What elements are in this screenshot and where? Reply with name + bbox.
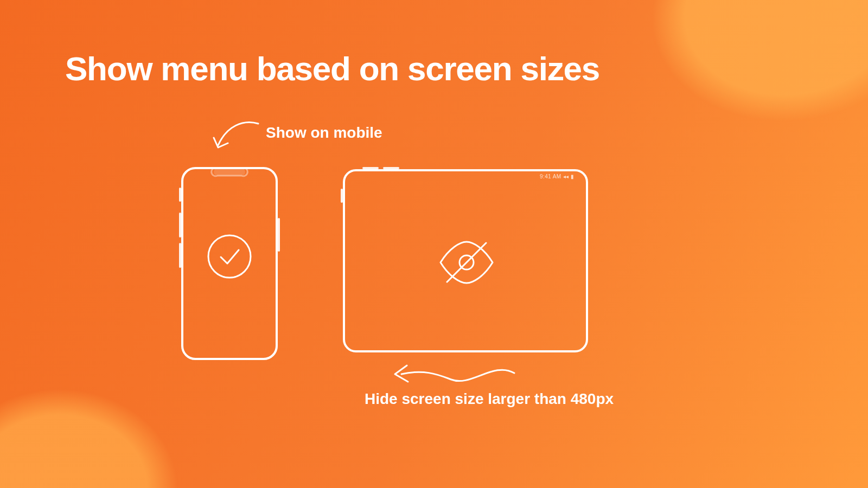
svg-rect-3 (179, 243, 181, 268)
svg-rect-5 (214, 168, 245, 176)
decorative-blob (0, 347, 228, 488)
decorative-blob (578, 0, 868, 188)
svg-rect-9 (383, 167, 399, 169)
tablet-status-bar: 9:41 AM ◂◂ ▮ (540, 174, 574, 179)
page-title: Show menu based on screen sizes (65, 52, 599, 86)
svg-rect-1 (179, 188, 181, 202)
check-circle-icon (206, 233, 253, 280)
tablet-annotation-label: Hide screen size larger than 480px (365, 390, 614, 408)
diagram-canvas: Show menu based on screen sizes Show on … (0, 0, 868, 488)
mobile-annotation-label: Show on mobile (266, 124, 382, 142)
arrow-to-phone-icon (210, 114, 270, 174)
svg-rect-2 (179, 213, 181, 237)
svg-rect-8 (362, 167, 379, 169)
svg-rect-4 (278, 218, 280, 252)
svg-point-6 (208, 235, 251, 278)
svg-rect-10 (341, 189, 343, 203)
eye-off-icon (437, 239, 496, 286)
